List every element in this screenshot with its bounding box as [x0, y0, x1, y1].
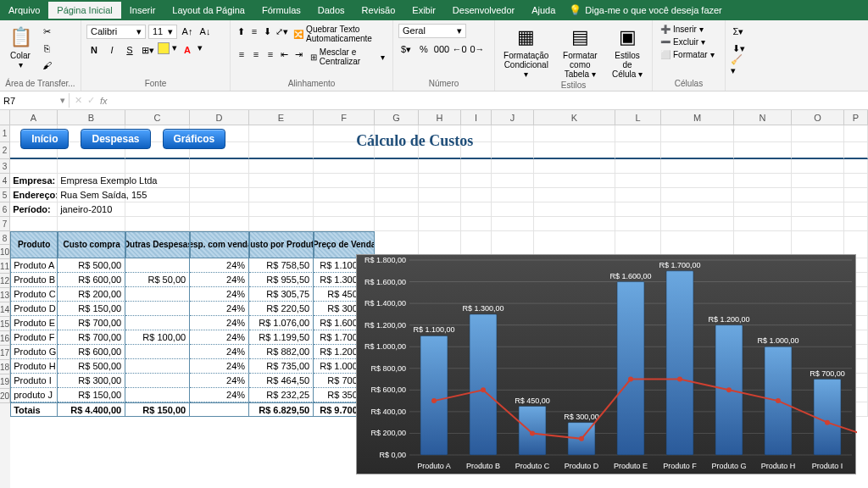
- italic-button[interactable]: I: [104, 42, 120, 58]
- table-cell[interactable]: Produto C: [10, 287, 58, 302]
- table-cell[interactable]: R$ 300,00: [58, 374, 125, 388]
- align-right-button[interactable]: ≡: [264, 47, 276, 62]
- row-header-20[interactable]: 20: [0, 389, 10, 403]
- align-middle-button[interactable]: ≡: [249, 24, 260, 39]
- delete-cells-button[interactable]: ➖ Excluir ▾: [658, 36, 717, 47]
- table-cell[interactable]: Produto B: [10, 273, 58, 287]
- select-all-corner[interactable]: [0, 110, 10, 125]
- row-header-6[interactable]: 6: [0, 202, 10, 217]
- col-header-C[interactable]: C: [125, 110, 190, 125]
- table-cell[interactable]: R$ 735,00: [249, 359, 314, 374]
- table-cell[interactable]: R$ 100,00: [125, 330, 190, 345]
- cut-button[interactable]: ✂: [39, 24, 54, 39]
- conditional-format-button[interactable]: ▦Formatação Condicional ▾: [500, 24, 553, 80]
- col-header-N[interactable]: N: [734, 110, 792, 125]
- table-cell[interactable]: Produto A: [10, 258, 58, 273]
- table-cell[interactable]: R$ 150,00: [58, 302, 125, 316]
- table-cell[interactable]: produto J: [10, 388, 58, 402]
- row-header-3[interactable]: 3: [0, 159, 10, 174]
- tab-home[interactable]: Página Inicial: [48, 2, 120, 19]
- worksheet[interactable]: Empresa:Empresa Exemplo LtdaEndereço:Rua…: [10, 125, 868, 488]
- table-cell[interactable]: R$ 700,00: [58, 316, 125, 330]
- table-cell[interactable]: R$ 1.076,00: [249, 316, 314, 330]
- table-cell[interactable]: Produto H: [10, 359, 58, 374]
- table-cell[interactable]: Produto G: [10, 345, 58, 359]
- table-cell[interactable]: Produto D: [10, 302, 58, 316]
- table-cell[interactable]: 24%: [190, 345, 249, 359]
- align-top-button[interactable]: ⬆: [236, 24, 247, 39]
- copy-button[interactable]: ⎘: [39, 41, 54, 56]
- table-cell[interactable]: R$ 1.199,50: [249, 330, 314, 345]
- table-cell[interactable]: R$ 305,75: [249, 287, 314, 302]
- tab-view[interactable]: Exibir: [403, 2, 444, 19]
- col-header-O[interactable]: O: [792, 110, 844, 125]
- nav-graficos-button[interactable]: Gráficos: [163, 129, 226, 149]
- tab-help[interactable]: Ajuda: [523, 2, 564, 19]
- col-header-I[interactable]: I: [461, 110, 492, 125]
- indent-dec-button[interactable]: ⇤: [279, 47, 291, 62]
- table-cell[interactable]: Produto E: [10, 316, 58, 330]
- table-cell[interactable]: 24%: [190, 287, 249, 302]
- table-cell[interactable]: [125, 374, 190, 388]
- table-cell[interactable]: 24%: [190, 388, 249, 402]
- tab-layout[interactable]: Layout da Página: [164, 2, 253, 19]
- font-size-select[interactable]: 11▾: [148, 25, 177, 39]
- grow-font-button[interactable]: A↑: [180, 24, 195, 39]
- indent-inc-button[interactable]: ⇥: [293, 47, 305, 62]
- table-cell[interactable]: 24%: [190, 258, 249, 273]
- table-cell[interactable]: Produto F: [10, 330, 58, 345]
- col-header-K[interactable]: K: [534, 110, 615, 125]
- row-header-1[interactable]: 1: [0, 125, 10, 142]
- table-cell[interactable]: [125, 388, 190, 402]
- table-cell[interactable]: R$ 882,00: [249, 345, 314, 359]
- table-cell[interactable]: [125, 287, 190, 302]
- table-cell[interactable]: R$ 600,00: [58, 273, 125, 287]
- inc-decimal-button[interactable]: ←0: [452, 42, 467, 57]
- comma-button[interactable]: 000: [434, 42, 449, 57]
- table-cell[interactable]: R$ 758,50: [249, 258, 314, 273]
- row-header-15[interactable]: 15: [0, 317, 10, 331]
- embedded-chart[interactable]: R$ 0,00R$ 200,00R$ 400,00R$ 600,00R$ 800…: [356, 254, 856, 474]
- table-cell[interactable]: R$ 600,00: [58, 345, 125, 359]
- col-header-L[interactable]: L: [615, 110, 661, 125]
- insert-cells-button[interactable]: ➕ Inserir ▾: [658, 24, 717, 35]
- row-header-17[interactable]: 17: [0, 346, 10, 360]
- row-header-2[interactable]: 2: [0, 142, 10, 159]
- clear-button[interactable]: 🧹▾: [731, 58, 746, 73]
- fill-color-button[interactable]: [158, 42, 170, 54]
- table-cell[interactable]: [125, 302, 190, 316]
- cell-styles-button[interactable]: ▣Estilos de Célula ▾: [608, 24, 647, 80]
- col-header-F[interactable]: F: [314, 110, 375, 125]
- table-cell[interactable]: R$ 50,00: [125, 273, 190, 287]
- number-format-select[interactable]: Geral▾: [398, 24, 466, 38]
- col-header-M[interactable]: M: [661, 110, 734, 125]
- col-header-E[interactable]: E: [249, 110, 314, 125]
- tab-review[interactable]: Revisão: [353, 2, 404, 19]
- row-header-8[interactable]: 8: [0, 231, 10, 245]
- row-header-10[interactable]: 10: [0, 245, 10, 259]
- align-center-button[interactable]: ≡: [250, 47, 262, 62]
- tell-me[interactable]: 💡Diga-me o que você deseja fazer: [569, 4, 721, 16]
- merge-center-button[interactable]: ⊞ Mesclar e Centralizar ▾: [308, 47, 387, 67]
- font-name-select[interactable]: Calibri▾: [86, 25, 146, 39]
- table-cell[interactable]: R$ 955,50: [249, 273, 314, 287]
- row-header-7[interactable]: 7: [0, 217, 10, 231]
- table-cell[interactable]: 24%: [190, 316, 249, 330]
- tab-formulas[interactable]: Fórmulas: [253, 2, 309, 19]
- table-cell[interactable]: R$ 700,00: [58, 330, 125, 345]
- tab-file[interactable]: Arquivo: [0, 2, 48, 19]
- tab-data[interactable]: Dados: [309, 2, 353, 19]
- row-header-18[interactable]: 18: [0, 360, 10, 374]
- row-header-12[interactable]: 12: [0, 274, 10, 288]
- format-cells-button[interactable]: ⬜ Formatar ▾: [658, 49, 717, 60]
- row-header-14[interactable]: 14: [0, 302, 10, 317]
- align-left-button[interactable]: ≡: [236, 47, 248, 62]
- nav-inicio-button[interactable]: Início: [20, 129, 69, 149]
- percent-button[interactable]: %: [416, 42, 431, 57]
- shrink-font-button[interactable]: A↓: [198, 24, 213, 39]
- table-cell[interactable]: [125, 316, 190, 330]
- fx-buttons[interactable]: ✕✓fx: [70, 95, 113, 106]
- row-header-4[interactable]: 4: [0, 174, 10, 188]
- table-cell[interactable]: 24%: [190, 273, 249, 287]
- name-box[interactable]: R7▾: [0, 93, 70, 108]
